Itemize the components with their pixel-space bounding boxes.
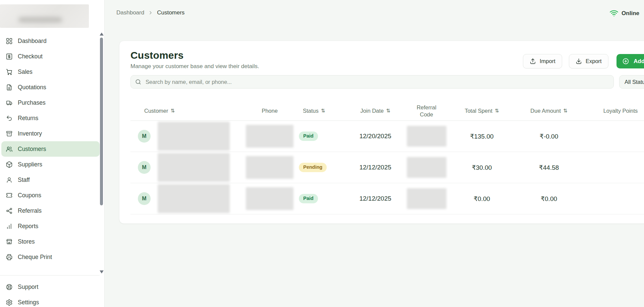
sort-icon: ⇅: [171, 108, 175, 114]
phone-cell: [241, 125, 298, 148]
sidebar-item-label: Cheque Print: [18, 254, 52, 261]
logo-blur-smudge: [18, 17, 62, 22]
add-customer-button[interactable]: Add Customer: [616, 54, 644, 68]
sidebar-item-label: Returns: [18, 115, 38, 122]
sidebar-item-customers[interactable]: Customers: [1, 141, 100, 157]
chevron-right-icon: [148, 10, 153, 15]
sort-icon: ⇅: [321, 108, 325, 114]
scrollbar-down-arrow[interactable]: [100, 270, 104, 273]
sidebar-item-settings[interactable]: Settings: [1, 295, 100, 307]
total-spent-cell: ₹0.00: [451, 195, 513, 203]
sidebar-item-label: Suppliers: [18, 161, 42, 168]
sidebar-item-quotations[interactable]: Quotations: [1, 80, 100, 95]
scrollbar-thumb[interactable]: [100, 38, 103, 205]
scrollbar-up-arrow[interactable]: [100, 33, 104, 36]
status-filter-select[interactable]: All Statuses: [619, 75, 644, 89]
sidebar-item-label: Dashboard: [18, 38, 47, 45]
bar-chart-icon: [6, 223, 13, 230]
package-icon: [6, 161, 13, 168]
referral-code-redacted: [407, 157, 446, 178]
sidebar-item-label: Purchases: [18, 99, 46, 106]
table-row[interactable]: M Paid 12/20/2025 ₹135.00 ₹-0.00: [130, 121, 644, 152]
status-cell: Pending: [298, 163, 348, 172]
table-row[interactable]: M Pending 12/12/2025 ₹30.00 ₹44.58: [130, 152, 644, 183]
breadcrumb-dashboard[interactable]: Dashboard: [116, 9, 144, 16]
column-header-join-date[interactable]: Join Date ⇅: [348, 107, 402, 114]
sidebar-item-cheque-print[interactable]: Cheque Print: [1, 249, 100, 265]
users-icon: [6, 146, 13, 153]
sidebar-item-suppliers[interactable]: Suppliers: [1, 157, 100, 172]
online-status-label: Online: [622, 10, 639, 17]
column-header-total-spent[interactable]: Total Spent ⇅: [451, 107, 513, 114]
plus-circle-icon: [622, 58, 629, 65]
import-button-label: Import: [540, 58, 555, 64]
referral-code-cell: [402, 126, 451, 147]
table-row[interactable]: M Paid 12/12/2025 ₹0.00 ₹0.00: [130, 183, 644, 214]
status-filter-value: All Statuses: [625, 79, 644, 85]
breadcrumb: Dashboard Customers: [116, 9, 184, 16]
sidebar-item-support[interactable]: Support: [1, 279, 100, 295]
sidebar-item-label: Support: [18, 284, 38, 291]
phone-redacted: [246, 187, 293, 210]
sidebar-nav: Dashboard Checkout Sales Quotations Purc…: [0, 33, 100, 265]
printer-icon: [6, 254, 13, 261]
customer-name-redacted: [158, 153, 230, 182]
column-header-loyalty-points: Loyalty Points: [585, 107, 644, 114]
sort-icon: ⇅: [386, 108, 390, 114]
phone-redacted: [246, 125, 293, 148]
avatar: M: [138, 192, 151, 205]
sort-icon: ⇅: [495, 108, 499, 114]
sidebar-item-staff[interactable]: Staff: [1, 172, 100, 188]
customer-name-redacted: [158, 184, 230, 213]
join-date-cell: 12/20/2025: [348, 133, 402, 140]
sidebar-item-inventory[interactable]: Inventory: [1, 126, 100, 141]
truck-icon: [6, 99, 13, 106]
sidebar-item-label: Staff: [18, 176, 30, 184]
due-amount-cell: ₹0.00: [513, 195, 585, 203]
search-input[interactable]: [130, 75, 614, 89]
column-header-customer[interactable]: Customer ⇅: [130, 107, 241, 114]
sidebar-item-checkout[interactable]: Checkout: [1, 49, 100, 64]
due-amount-cell: ₹44.58: [513, 164, 585, 171]
customers-card: Customers Manage your customer base and …: [119, 41, 644, 224]
page-subtitle: Manage your customer base and view their…: [130, 63, 259, 70]
cart-icon: [6, 68, 13, 75]
sidebar-item-returns[interactable]: Returns: [1, 110, 100, 126]
import-button[interactable]: Import: [523, 54, 562, 68]
sidebar-item-label: Coupons: [18, 192, 41, 199]
status-cell: Paid: [298, 132, 348, 141]
export-button-label: Export: [586, 58, 602, 64]
total-spent-cell: ₹135.00: [451, 133, 513, 140]
sidebar-footer: Support Settings: [0, 279, 100, 307]
sidebar-item-reports[interactable]: Reports: [1, 218, 100, 234]
sidebar-item-stores[interactable]: Stores: [1, 234, 100, 249]
referral-code-cell: [402, 188, 451, 209]
sidebar-item-purchases[interactable]: Purchases: [1, 95, 100, 110]
wifi-icon: [609, 9, 619, 18]
download-icon: [576, 58, 582, 64]
sidebar-item-coupons[interactable]: Coupons: [1, 188, 100, 203]
join-date-cell: 12/12/2025: [348, 164, 402, 171]
sort-icon: ⇅: [563, 108, 568, 114]
column-header-referral-code: Referral Code: [402, 104, 451, 118]
column-header-due-amount[interactable]: Due Amount ⇅: [513, 107, 585, 114]
status-badge: Paid: [299, 132, 318, 141]
total-spent-cell: ₹30.00: [451, 164, 513, 171]
sidebar-item-label: Checkout: [18, 53, 43, 60]
export-button[interactable]: Export: [569, 54, 608, 68]
customer-cell: M: [130, 184, 241, 213]
sidebar-item-sales[interactable]: Sales: [1, 64, 100, 80]
ticket-icon: [6, 192, 13, 199]
join-date-cell: 12/12/2025: [348, 195, 402, 202]
sidebar-item-label: Stores: [18, 238, 35, 245]
store-logo-blurred: [0, 4, 89, 28]
phone-redacted: [246, 156, 293, 179]
sidebar-item-dashboard[interactable]: Dashboard: [1, 33, 100, 49]
sidebar-item-label: Sales: [18, 68, 33, 75]
sidebar-item-label: Referrals: [18, 207, 42, 214]
column-header-status[interactable]: Status ⇅: [298, 107, 348, 114]
sidebar-item-referrals[interactable]: Referrals: [1, 203, 100, 218]
status-cell: Paid: [298, 194, 348, 203]
dashboard-icon: [6, 38, 13, 45]
archive-icon: [6, 130, 13, 137]
